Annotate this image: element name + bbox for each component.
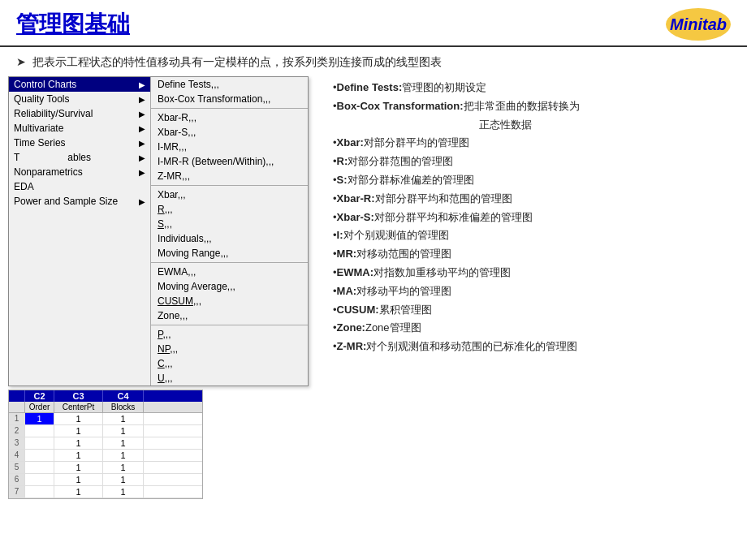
submenu-ewma[interactable]: EWMA,,, — [151, 265, 308, 279]
submenu-arrow-icon: ▶ — [139, 197, 145, 206]
cell-c3[interactable]: 1 — [54, 437, 103, 449]
cell-c2[interactable] — [25, 437, 54, 449]
menu-item-label: Nonparametrics — [14, 166, 83, 178]
menu-item-quality-tools[interactable]: Quality Tools ▶ — [9, 92, 150, 106]
menu-item-eda[interactable]: EDA — [9, 179, 150, 194]
cell-c4[interactable]: 1 — [103, 474, 144, 485]
submenu-xbar[interactable]: Xbar,,, — [151, 187, 308, 202]
menu-item-multivariate[interactable]: Multivariate ▶ — [9, 121, 150, 136]
cell-c4[interactable]: 1 — [103, 486, 144, 498]
desc-ma: •MA:对移动平均的管理图 — [333, 283, 731, 300]
desc-ewma: •EWMA:对指数加重移动平均的管理图 — [333, 265, 731, 282]
submenu-individuals[interactable]: Individuals,,, — [151, 231, 308, 246]
submenu-i-mr-r[interactable]: I-MR-R (Between/Within),,, — [151, 154, 308, 169]
main-content: Control Charts ▶ Quality Tools ▶ Reliabi… — [0, 76, 747, 499]
spreadsheet-blue-header: C2 C3 C4 — [9, 390, 202, 402]
cell-c3[interactable]: 1 — [54, 486, 103, 498]
cell-c4[interactable]: 1 — [103, 462, 144, 473]
left-panel: Control Charts ▶ Quality Tools ▶ Reliabi… — [8, 76, 317, 499]
sub-label-blocks: Blocks — [103, 402, 144, 412]
subtitle-text: 把表示工程状态的特性值移动具有一定模样的点，按系列类别连接而成的线型图表 — [32, 55, 442, 68]
menu-item-control-charts[interactable]: Control Charts ▶ — [9, 77, 150, 92]
arrow-icon: ➤ — [16, 55, 26, 68]
menu-item-time-series[interactable]: Time Series ▶ — [9, 136, 150, 150]
submenu-arrow-icon: ▶ — [139, 139, 145, 148]
desc-s: •S:对部分群标准偏差的管理图 — [333, 172, 731, 189]
menu-wrapper: Control Charts ▶ Quality Tools ▶ Reliabi… — [8, 76, 309, 386]
table-row: 3 1 1 — [9, 437, 202, 450]
col-c2-header: C2 — [25, 390, 54, 402]
table-row: 6 1 1 — [9, 474, 202, 486]
submenu-divider-1 — [151, 108, 308, 109]
brand-logo: Minitab — [666, 8, 731, 41]
sub-label-centerpt: CenterPt — [54, 402, 103, 412]
table-row: 5 1 1 — [9, 462, 202, 474]
cell-c2[interactable] — [25, 462, 54, 473]
submenu-z-mr[interactable]: Z-MR,,, — [151, 169, 308, 183]
submenu-i-mr[interactable]: I-MR,,, — [151, 140, 308, 154]
row-number: 4 — [9, 450, 25, 461]
submenu-arrow-icon: ▶ — [139, 110, 145, 118]
submenu-define-tests[interactable]: Define Tests,,, — [151, 77, 308, 92]
table-row: 2 1 1 — [9, 425, 202, 437]
submenu-moving-range[interactable]: Moving Range,,, — [151, 246, 308, 261]
row-number: 3 — [9, 437, 25, 449]
submenu-r[interactable]: R,,, — [151, 202, 308, 217]
cell-c4[interactable]: 1 — [103, 413, 144, 424]
submenu-divider-3 — [151, 262, 308, 263]
table-row: 4 1 1 — [9, 450, 202, 462]
menu-item-tables[interactable]: Tables ▶ — [9, 150, 150, 165]
cell-c4[interactable]: 1 — [103, 450, 144, 461]
desc-cusum: •CUSUM:累积管理图 — [333, 302, 731, 319]
cell-c2[interactable] — [25, 425, 54, 437]
cell-c4[interactable]: 1 — [103, 425, 144, 437]
menu-item-label: Time Series — [14, 137, 66, 149]
desc-r: •R:对部分群范围的管理图 — [333, 153, 731, 170]
submenu-arrow-icon: ▶ — [139, 95, 145, 104]
submenu-box-cox[interactable]: Box-Cox Transformation,,, — [151, 92, 308, 106]
cell-c2[interactable]: 1 — [25, 413, 54, 424]
submenu-c[interactable]: C,,, — [151, 356, 308, 371]
menu-item-power-sample[interactable]: Power and Sample Size ▶ — [9, 194, 150, 209]
cell-c2[interactable] — [25, 486, 54, 498]
spreadsheet: C2 C3 C4 Order CenterPt Blocks 1 1 1 1 2 — [8, 390, 203, 499]
cell-c3[interactable]: 1 — [54, 474, 103, 485]
cell-c3[interactable]: 1 — [54, 462, 103, 473]
desc-define-tests: •Define Tests:管理图的初期设定 — [333, 80, 731, 97]
menu-item-label: Reliability/Survival — [14, 108, 93, 119]
subtitle-area: ➤ 把表示工程状态的特性值移动具有一定模样的点，按系列类别连接而成的线型图表 — [0, 47, 747, 76]
desc-box-cox: •Box-Cox Transformation:把非常歪曲的数据转换为 — [333, 98, 731, 115]
submenu-arrow-icon: ▶ — [139, 168, 145, 177]
col-c3-header: C3 — [54, 390, 103, 402]
table-row: 7 1 1 — [9, 486, 202, 498]
cell-c3[interactable]: 1 — [54, 413, 103, 424]
spreadsheet-sublabel-row: Order CenterPt Blocks — [9, 402, 202, 413]
desc-mr: •MR:对移动范围的管理图 — [333, 246, 731, 263]
cell-c3[interactable]: 1 — [54, 425, 103, 437]
cell-c4[interactable]: 1 — [103, 437, 144, 449]
submenu-u[interactable]: U,,, — [151, 371, 308, 386]
row-num-header — [9, 390, 25, 402]
submenu-s[interactable]: S,,, — [151, 217, 308, 231]
submenu-np[interactable]: NP,,, — [151, 342, 308, 356]
menu-item-reliability[interactable]: Reliability/Survival ▶ — [9, 106, 150, 121]
submenu-p[interactable]: P,,, — [151, 327, 308, 342]
row-number: 1 — [9, 413, 25, 424]
cell-c2[interactable] — [25, 450, 54, 461]
submenu-xbar-s[interactable]: Xbar-S,,, — [151, 125, 308, 140]
submenu-xbar-r[interactable]: Xbar-R,,, — [151, 110, 308, 125]
desc-xbar: •Xbar:对部分群平均的管理图 — [333, 135, 731, 152]
row-number: 7 — [9, 486, 25, 498]
desc-xbar-s: •Xbar-S:对部分群平均和标准偏差的管理图 — [333, 209, 731, 226]
submenu-zone[interactable]: Zone,,, — [151, 308, 308, 323]
menu-item-label2: ables — [67, 152, 91, 163]
cell-c3[interactable]: 1 — [54, 450, 103, 461]
menu-item-label: EDA — [14, 181, 34, 192]
menu-item-nonparametrics[interactable]: Nonparametrics ▶ — [9, 165, 150, 179]
submenu-moving-avg[interactable]: Moving Average,,, — [151, 279, 308, 294]
submenu-divider-2 — [151, 185, 308, 186]
submenu-cusum[interactable]: CUSUM,,, — [151, 294, 308, 308]
submenu-arrow-icon: ▶ — [139, 153, 145, 162]
menu-item-label: T — [14, 152, 19, 163]
cell-c2[interactable] — [25, 474, 54, 485]
